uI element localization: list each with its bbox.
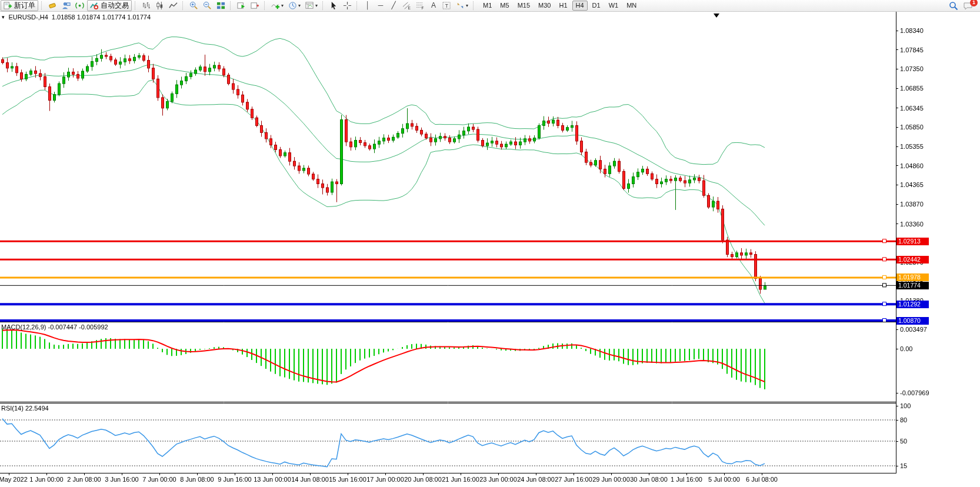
chart-canvas[interactable] xyxy=(0,12,896,473)
tile-windows-button[interactable] xyxy=(215,0,227,11)
chart-shift-marker[interactable] xyxy=(714,14,719,18)
rsi-tick-label: 100 xyxy=(900,402,911,409)
time-axis-label: 9 Jun 16:00 xyxy=(218,476,252,483)
separator xyxy=(473,1,476,10)
auto-scroll-button[interactable] xyxy=(235,0,248,11)
template-icon xyxy=(305,1,314,10)
chart-menu-icon[interactable]: ▾ xyxy=(2,14,5,20)
cursor-button[interactable] xyxy=(328,0,340,11)
price-line-chip: 1.01978 xyxy=(896,273,929,281)
template-button[interactable]: ▾ xyxy=(304,0,319,11)
time-axis-label: 23 Jun 00:00 xyxy=(479,476,517,483)
search-button[interactable] xyxy=(947,0,960,11)
crosshair-button[interactable] xyxy=(341,0,354,11)
time-tick-mark xyxy=(348,473,348,475)
macd-tick-label: 0.003497 xyxy=(900,326,927,333)
toolbar-right: 1 xyxy=(946,0,975,11)
price-tick-label: 1.07350 xyxy=(900,65,924,72)
terminal-icon xyxy=(62,1,71,10)
label-tool-icon: T xyxy=(442,1,451,10)
terminal-button[interactable] xyxy=(60,0,72,11)
time-tick-mark xyxy=(461,473,461,475)
arrows-tool[interactable]: ▾ xyxy=(454,0,470,11)
time-axis-label: 30 May 2022 xyxy=(0,476,28,483)
timeframe-mn[interactable]: MN xyxy=(623,1,640,11)
separator xyxy=(135,1,138,10)
time-axis-label: 7 Jun 00:00 xyxy=(142,476,176,483)
new-order-button[interactable]: 新订单 xyxy=(1,0,38,11)
line-chart-button[interactable] xyxy=(167,0,179,11)
time-axis-label: 3 Jun 16:00 xyxy=(105,476,139,483)
timeframe-m15[interactable]: M15 xyxy=(514,1,534,11)
time-axis-label: 6 Jul 08:00 xyxy=(746,476,778,483)
timeframe-h1[interactable]: H1 xyxy=(555,1,571,11)
chart-ohlc-title: ▾EURUSD-,H4 1.01858 1.01874 1.01774 1.01… xyxy=(2,14,151,21)
notifications-button[interactable]: 1 xyxy=(961,0,975,11)
time-axis-label: 17 Jun 00:00 xyxy=(366,476,404,483)
add-indicator-icon xyxy=(271,1,280,10)
price-line-chip: 1.01774 xyxy=(896,282,929,289)
candlestick-chart-icon xyxy=(155,1,164,10)
time-tick-mark xyxy=(762,473,762,475)
price-axis-border xyxy=(896,12,896,473)
time-tick-mark xyxy=(649,473,649,475)
time-tick-mark xyxy=(686,473,687,475)
separator xyxy=(182,1,185,10)
price-tick-label: 1.05850 xyxy=(900,124,924,131)
chart-shift-button[interactable] xyxy=(249,0,261,11)
period-button[interactable]: ▾ xyxy=(286,0,302,11)
add-indicator-button[interactable]: ▾ xyxy=(269,0,285,11)
price-tick-label: 1.02865 xyxy=(900,239,924,246)
time-axis-label: 24 Jun 08:00 xyxy=(517,476,555,483)
zoom-out-button[interactable] xyxy=(201,0,214,11)
toolbox-icon xyxy=(48,1,57,10)
price-tick-label: 1.04365 xyxy=(900,181,924,188)
line-chart-icon xyxy=(169,1,178,10)
signal-button[interactable] xyxy=(74,0,86,11)
time-tick-mark xyxy=(385,473,386,475)
timeframe-m30[interactable]: M30 xyxy=(535,1,554,11)
time-tick-mark xyxy=(574,473,574,475)
zoom-in-button[interactable] xyxy=(188,0,200,11)
timeframe-m5[interactable]: M5 xyxy=(496,1,512,11)
price-tick-label: 1.07845 xyxy=(900,46,924,54)
new-order-icon xyxy=(4,1,12,10)
label-tool[interactable]: T xyxy=(441,0,453,11)
time-axis-label: 5 Jul 00:00 xyxy=(708,476,740,483)
notification-badge: 1 xyxy=(970,0,978,6)
new-order-label: 新订单 xyxy=(14,1,35,11)
text-tool[interactable]: A xyxy=(428,0,439,11)
auto-trading-button[interactable]: 自动交易 xyxy=(87,0,132,11)
time-tick-mark xyxy=(498,473,499,475)
auto-scroll-icon xyxy=(237,1,246,10)
bar-chart-button[interactable] xyxy=(140,0,152,11)
rsi-label: RSI(14) 22.5494 xyxy=(1,405,49,412)
time-axis-label: 29 Jun 00:00 xyxy=(592,476,630,483)
time-tick-mark xyxy=(724,473,725,475)
price-tick-label: 1.04860 xyxy=(900,162,924,169)
timeframe-w1[interactable]: W1 xyxy=(605,1,622,11)
price-tick-label: 1.08340 xyxy=(900,27,924,34)
macd-tick-label: -0.007969 xyxy=(900,389,929,396)
equidistant-channel-tool[interactable]: E xyxy=(401,0,413,11)
fibonacci-tool[interactable]: F xyxy=(414,0,426,11)
rsi-tick-label: 80 xyxy=(900,416,907,423)
time-tick-mark xyxy=(310,473,311,475)
rsi-tick-label: 15 xyxy=(900,462,907,469)
timeframe-m1[interactable]: M1 xyxy=(479,1,495,11)
toolbox-button[interactable] xyxy=(46,0,59,11)
trendline-tool[interactable]: ╱ xyxy=(388,0,399,11)
time-axis-label: 27 Jun 16:00 xyxy=(555,476,592,483)
timeframe-d1[interactable]: D1 xyxy=(589,1,604,11)
svg-text:T: T xyxy=(445,3,448,9)
vertical-line-tool[interactable]: │ xyxy=(362,0,374,11)
macd-tick-label: 0.00 xyxy=(900,345,912,352)
price-line-chip: 1.00870 xyxy=(896,317,929,325)
timeframe-h4[interactable]: H4 xyxy=(572,1,588,11)
candlestick-chart-button[interactable] xyxy=(154,0,166,11)
dropdown-caret: ▾ xyxy=(315,3,318,8)
text-tool-icon: A xyxy=(429,1,438,10)
price-tick-label: 1.06345 xyxy=(900,105,924,112)
horizontal-line-tool[interactable]: ─ xyxy=(375,0,386,11)
time-tick-mark xyxy=(235,473,235,475)
